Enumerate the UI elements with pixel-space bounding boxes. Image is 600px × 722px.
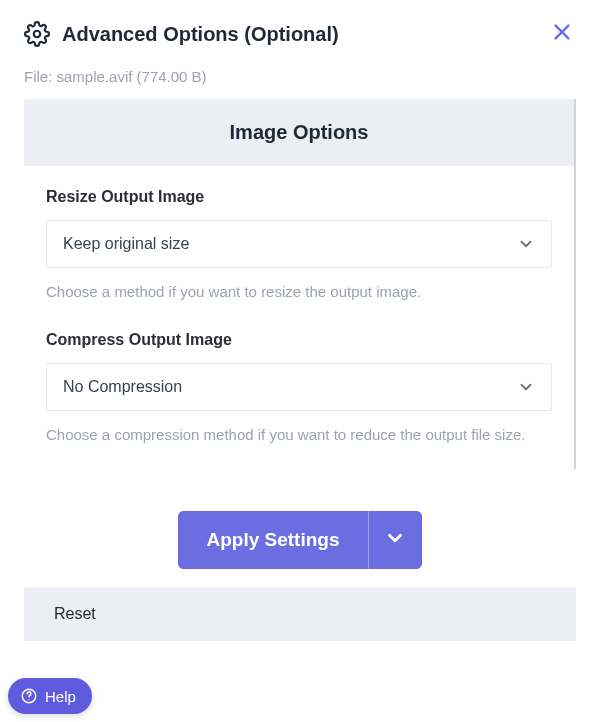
help-icon: [20, 687, 38, 705]
options-panel: Image Options Resize Output Image Keep o…: [24, 99, 576, 469]
resize-field: Resize Output Image Keep original size C…: [24, 166, 574, 309]
dialog-title: Advanced Options (Optional): [62, 23, 339, 46]
reset-label: Reset: [54, 605, 96, 622]
reset-button[interactable]: Reset: [24, 587, 576, 641]
chevron-down-icon: [517, 378, 535, 396]
file-label: File:: [24, 68, 52, 85]
close-icon: [551, 21, 573, 47]
compress-select[interactable]: No Compression: [46, 363, 552, 411]
chevron-down-icon: [517, 235, 535, 253]
svg-point-4: [28, 699, 29, 700]
actions: Apply Settings: [0, 469, 600, 569]
resize-label: Resize Output Image: [46, 188, 552, 206]
compress-select-value: No Compression: [63, 378, 182, 396]
resize-select[interactable]: Keep original size: [46, 220, 552, 268]
section-title: Image Options: [24, 99, 574, 166]
file-info: File: sample.avif (774.00 B): [0, 60, 600, 99]
help-button[interactable]: Help: [8, 678, 92, 714]
chevron-down-icon: [384, 527, 406, 552]
resize-select-value: Keep original size: [63, 235, 189, 253]
header-left: Advanced Options (Optional): [24, 21, 339, 47]
apply-dropdown-button[interactable]: [368, 511, 422, 569]
close-button[interactable]: [548, 20, 576, 48]
apply-button-group: Apply Settings: [178, 511, 421, 569]
file-name: sample.avif: [57, 68, 133, 85]
compress-field: Compress Output Image No Compression Cho…: [24, 309, 574, 468]
help-label: Help: [45, 688, 76, 705]
gear-icon: [24, 21, 50, 47]
svg-point-0: [34, 31, 41, 38]
compress-help: Choose a compression method if you want …: [46, 423, 552, 446]
dialog-header: Advanced Options (Optional): [0, 0, 600, 60]
resize-help: Choose a method if you want to resize th…: [46, 280, 552, 303]
apply-button[interactable]: Apply Settings: [178, 511, 367, 569]
file-size: (774.00 B): [137, 68, 207, 85]
compress-label: Compress Output Image: [46, 331, 552, 349]
